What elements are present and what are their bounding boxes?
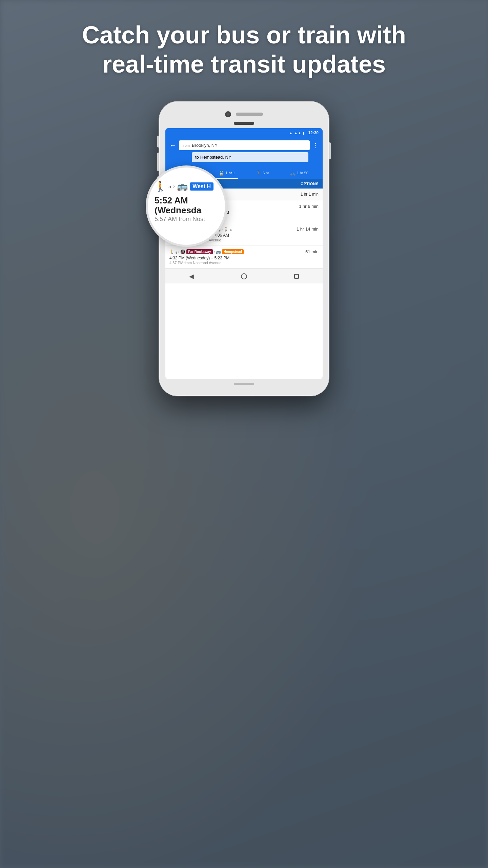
phone-container: ▲ ▲▲ ▮ 12:30 ← from Brooklyn, NY ⋮ — [159, 102, 329, 396]
tab-walk-label: 6 hr — [263, 171, 269, 175]
mute-button — [157, 136, 159, 147]
tab-transit-label: 1 hr 1 — [226, 171, 235, 175]
magnify-icons: 🚶 5 › 🚌 West H — [155, 181, 214, 192]
result-3-icons: 🚶 5 › 🚇 Far Rockaway › 🚌 Hempstead — [169, 249, 304, 254]
result-3-time: 4:32 PM (Wednesday) – 5:23 PM — [169, 256, 319, 260]
home-indicator — [234, 383, 254, 385]
magnify-arrow: › — [173, 183, 175, 190]
from-value: Brooklyn, NY — [192, 143, 218, 148]
arrow-3a: › — [178, 250, 179, 254]
nav-recents-button[interactable] — [294, 274, 299, 279]
magnify-content: 🚶 5 › 🚌 West H 5:52 AM (Wednesda 5:57 AM… — [148, 167, 225, 230]
duration-0: 1 hr 1 min — [301, 192, 319, 197]
duration-2: 1 hr 14 min — [297, 226, 319, 232]
subway-icon-3: 🚇 — [180, 250, 185, 254]
result-3[interactable]: 🚶 5 › 🚇 Far Rockaway › 🚌 Hempstead 51 mi… — [165, 246, 323, 269]
nav-home-button[interactable] — [241, 273, 247, 279]
headline-line1: Catch your bus or train with — [27, 20, 461, 50]
walk-sub-3: 5 — [176, 251, 177, 254]
duration-1: 1 hr 6 min — [299, 204, 319, 209]
magnify-walk-icon: 🚶 — [155, 182, 166, 191]
badge-hempstead: Hempstead — [222, 249, 244, 254]
magnify-time-secondary: 5:57 AM from Nost — [155, 216, 205, 223]
magnify-train-icon: 🚌 — [177, 181, 188, 192]
result-3-from: 4:37 PM from Nostrand Avenue — [169, 261, 319, 265]
tab-walk[interactable]: 🚶 6 hr — [253, 168, 272, 179]
signal-icon: ▲▲ — [294, 131, 302, 135]
arrow-2d: › — [222, 227, 223, 231]
phone-top-hardware — [165, 111, 323, 117]
duration-3: 51 min — [305, 249, 319, 254]
arrow-3b: › — [214, 250, 215, 254]
status-time: 12:30 — [308, 131, 319, 135]
power-button — [329, 142, 331, 159]
walk-icon-2b: 🚶 — [224, 227, 229, 232]
status-icons: ▲ ▲▲ ▮ — [289, 131, 305, 135]
tab-transit[interactable]: 🚆 1 hr 1 — [216, 168, 238, 179]
wifi-icon: ▲ — [289, 131, 293, 135]
walk-icon: 🚶 — [256, 170, 261, 176]
front-camera — [225, 111, 231, 117]
magnify-time-primary: 5:52 AM (Wednesda — [155, 196, 218, 215]
magnify-walk-num: 5 — [168, 184, 171, 189]
transit-icon: 🚆 — [219, 170, 224, 176]
nav-back-button[interactable]: ◀ — [189, 273, 194, 280]
nav-bar: ◀ — [165, 269, 323, 283]
back-button[interactable]: ← — [169, 141, 176, 149]
battery-icon: ▮ — [303, 131, 305, 135]
walk-sub-2b: 4 — [230, 228, 231, 232]
phone-bottom-bar — [165, 383, 323, 385]
walk-icon-3: 🚶 — [169, 250, 175, 254]
to-input[interactable]: to Hempstead, NY — [192, 152, 308, 162]
to-label: to — [195, 155, 199, 160]
status-bar: ▲ ▲▲ ▮ 12:30 — [165, 128, 323, 138]
from-input[interactable]: from Brooklyn, NY — [179, 140, 310, 150]
magnify-overlay: 🚶 5 › 🚌 West H 5:52 AM (Wednesda 5:57 AM… — [146, 165, 227, 247]
phone-frame: ▲ ▲▲ ▮ 12:30 ← from Brooklyn, NY ⋮ — [159, 102, 329, 396]
result-3-top: 🚶 5 › 🚇 Far Rockaway › 🚌 Hempstead 51 mi… — [169, 249, 319, 254]
headline: Catch your bus or train with real-time t… — [0, 20, 488, 79]
from-row: ← from Brooklyn, NY ⋮ — [169, 140, 319, 150]
badge-far-rockaway: Far Rockaway — [186, 249, 212, 254]
from-label: from — [182, 143, 190, 147]
headline-line2: real-time transit updates — [27, 50, 461, 79]
tab-bike[interactable]: 🚲 1 hr 50 — [287, 168, 311, 179]
tab-bike-label: 1 hr 50 — [297, 171, 308, 175]
bus-icon-3: 🚌 — [216, 250, 221, 254]
to-value: Hempstead, NY — [200, 155, 231, 160]
magnify-badge: West H — [190, 182, 214, 191]
options-button[interactable]: OPTIONS — [301, 182, 319, 186]
to-row: to Hempstead, NY — [169, 152, 319, 164]
bike-icon: 🚲 — [290, 170, 296, 176]
volume-up-button — [157, 153, 159, 171]
more-button[interactable]: ⋮ — [312, 142, 319, 149]
speaker-grille — [236, 113, 263, 116]
earpiece — [234, 122, 254, 125]
